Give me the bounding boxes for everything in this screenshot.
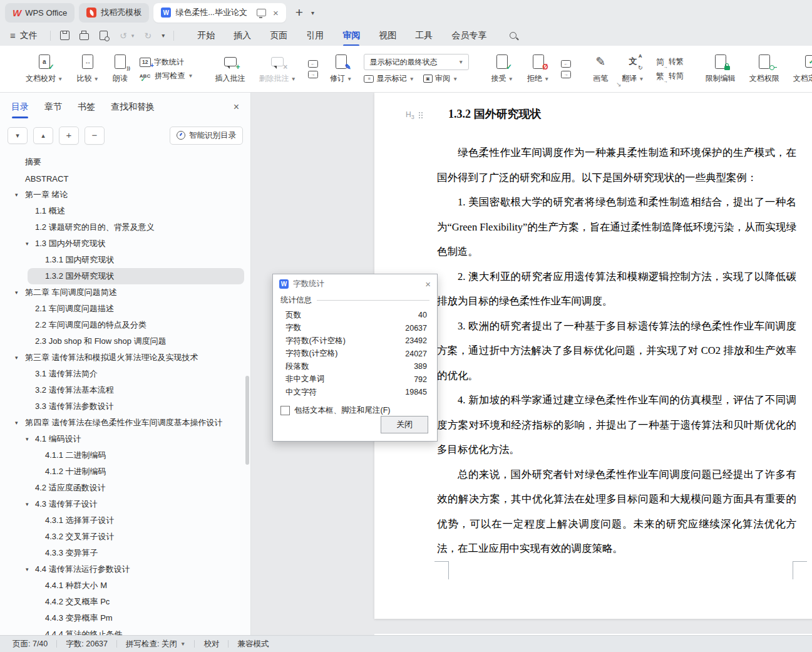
print-preview-icon[interactable]: [98, 30, 110, 41]
compare-button[interactable]: ↔ 比较▼: [69, 54, 105, 84]
outline-item[interactable]: 4.4.4 算法的终止条件: [0, 626, 250, 636]
finalize-doc-button[interactable]: ✓ 文档定稿▼: [786, 54, 812, 84]
spell-check-button[interactable]: ABC拼写检查▼: [140, 71, 193, 81]
status-item[interactable]: 兼容模式: [237, 639, 269, 649]
menu-item[interactable]: 视图: [379, 30, 396, 41]
tab-list-chevron-icon[interactable]: ▾: [311, 9, 314, 16]
outline-item[interactable]: 4.1.1 二进制编码: [0, 447, 250, 463]
outline-item[interactable]: ▾第三章 遗传算法和模拟退火算法理论及实现技术: [0, 349, 250, 366]
menu-item[interactable]: 引用: [306, 30, 324, 41]
document-page[interactable]: H3 1.3.2 国外研究现状 绿色柔性作业车间调度作为一种兼具柔性制造和环境保…: [374, 93, 812, 619]
collapse-caret-icon[interactable]: ▾: [26, 566, 29, 572]
ribbon-expand-icon[interactable]: ↘: [616, 81, 621, 88]
menu-item[interactable]: 页面: [270, 30, 287, 41]
accept-change-button[interactable]: ✓ 接受▼: [484, 54, 520, 84]
search-button[interactable]: [510, 32, 516, 39]
status-item[interactable]: 字数: 20637: [66, 639, 108, 649]
undo-chevron-icon[interactable]: ▾: [131, 33, 135, 39]
next-change-icon[interactable]: →: [561, 71, 571, 78]
ink-brush-button[interactable]: ✎ 画笔: [586, 54, 615, 84]
document-body-text[interactable]: 绿色柔性作业车间调度作为一种兼具柔性制造和环境保护的生产模式，在国外得到了广泛的…: [437, 140, 796, 561]
outline-item[interactable]: ▾4.3 遗传算子设计: [0, 496, 250, 512]
to-traditional-button[interactable]: 简→转繁: [656, 56, 684, 68]
include-textbox-checkbox[interactable]: 包括文本框、脚注和尾注(F): [273, 399, 437, 416]
quickbar-chevron-icon[interactable]: ▾: [162, 32, 165, 39]
tab-document[interactable]: W 绿色柔性...毕业论文 ×: [153, 3, 286, 23]
menu-item[interactable]: 工具: [415, 30, 433, 41]
doc-permission-button[interactable]: 文档权限: [743, 54, 786, 84]
close-dialog-icon[interactable]: ×: [425, 279, 431, 289]
doc-proofing-button[interactable]: a✓ 文档校对▼: [19, 54, 69, 84]
previous-change-icon[interactable]: ←: [561, 60, 571, 68]
outline-item[interactable]: 2.3 Job shop 和 Flow shop 调度问题: [0, 333, 250, 349]
outline-item[interactable]: ABSTRACT: [0, 170, 250, 187]
redo-icon[interactable]: ↻: [142, 30, 153, 41]
collapse-caret-icon[interactable]: ▾: [15, 289, 18, 296]
expand-all-button[interactable]: ▾: [8, 127, 28, 144]
outline-item[interactable]: 3.2 遗传算法基本流程: [0, 382, 250, 398]
collapse-caret-icon[interactable]: ▾: [15, 192, 18, 198]
track-changes-button[interactable]: ✎ 修订▼: [323, 54, 359, 84]
sidebar-tab[interactable]: 查找和替换: [111, 101, 155, 113]
translate-button[interactable]: 文A↻ 翻译▼: [615, 54, 650, 84]
read-aloud-button[interactable]: ·)) 朗读: [106, 54, 135, 84]
collapse-caret-icon[interactable]: ▾: [15, 420, 18, 426]
outline-item[interactable]: 4.4.1 种群大小 M: [0, 577, 250, 594]
collapse-caret-icon[interactable]: ▾: [26, 501, 29, 507]
sidebar-tab[interactable]: 章节: [44, 101, 62, 113]
outline-item[interactable]: 4.4.3 变异概率 Pm: [0, 610, 250, 626]
save-icon[interactable]: [59, 30, 71, 41]
outline-item[interactable]: 摘要: [0, 154, 250, 170]
close-sidebar-icon[interactable]: ×: [234, 101, 239, 113]
zoom-out-outline-button[interactable]: −: [85, 127, 105, 145]
outline-item[interactable]: ▾4.1 编码设计: [0, 431, 250, 447]
outline-item[interactable]: 3.1 遗传算法简介: [0, 366, 250, 382]
outline-item[interactable]: 4.3.2 交叉算子设计: [0, 529, 250, 545]
file-menu[interactable]: 文件: [20, 30, 38, 41]
menu-item[interactable]: 插入: [234, 30, 251, 41]
tab-docer-templates[interactable]: 找稻壳模板: [79, 3, 149, 23]
section-heading[interactable]: 1.3.2 国外研究现状: [448, 106, 542, 122]
outline-item[interactable]: 3.3 遗传算法参数设计: [0, 398, 250, 415]
collapse-caret-icon[interactable]: ▾: [26, 436, 29, 442]
outline-item[interactable]: 1.2 课题研究的目的、背景及意义: [0, 219, 250, 235]
outline-item[interactable]: 1.3.1 国内研究现状: [0, 252, 250, 268]
undo-icon[interactable]: ↺: [118, 30, 129, 41]
status-item[interactable]: 校对: [203, 639, 219, 649]
markup-state-select[interactable]: 显示标记的最终状态▼: [364, 54, 469, 70]
reject-change-button[interactable]: Ø 拒绝▼: [520, 54, 556, 84]
status-item[interactable]: 拼写检查: 关闭▼: [126, 639, 185, 649]
outline-item[interactable]: 4.2 适应度函数设计: [0, 480, 250, 496]
menu-item[interactable]: 会员专享: [451, 30, 486, 41]
screen-share-icon[interactable]: [257, 9, 266, 16]
outline-item[interactable]: ▾第一章 绪论: [0, 187, 250, 203]
six-dot-drag-icon[interactable]: [419, 112, 420, 113]
word-count-button[interactable]: 12字数统计: [140, 57, 193, 68]
outline-item[interactable]: 4.3.3 变异算子: [0, 545, 250, 561]
collapse-caret-icon[interactable]: ▾: [15, 354, 18, 361]
outline-item[interactable]: 1.1 概述: [0, 203, 250, 219]
print-icon[interactable]: [79, 30, 90, 41]
outline-item[interactable]: 4.4.2 交叉概率 Pc: [0, 594, 250, 610]
outline-item[interactable]: ▾4.4 遗传算法运行参数设计: [0, 561, 250, 577]
zoom-in-outline-button[interactable]: +: [59, 127, 79, 145]
outline-item[interactable]: 4.1.2 十进制编码: [0, 463, 250, 480]
outline-item[interactable]: ▾第二章 车间调度问题简述: [0, 284, 250, 301]
sidebar-scrollbar[interactable]: [245, 376, 249, 465]
outline-item[interactable]: 2.1 车间调度问题描述: [0, 301, 250, 317]
menu-icon[interactable]: ≡: [10, 30, 16, 41]
outline-item[interactable]: 2.2 车间调度问题的特点及分类: [0, 317, 250, 333]
restrict-editing-button[interactable]: 限制编辑: [699, 54, 743, 84]
to-simplified-button[interactable]: 繁→转简: [656, 71, 684, 82]
show-markup-button[interactable]: ≡显示标记▼: [364, 73, 414, 84]
status-item[interactable]: 页面: 7/40: [13, 639, 48, 649]
smart-toc-button[interactable]: 智能识别目录: [170, 127, 243, 145]
menu-item[interactable]: 审阅: [342, 30, 360, 41]
review-pane-button[interactable]: ▣审阅▼: [423, 73, 458, 84]
outline-item[interactable]: ▾第四章 遗传算法在绿色柔性作业车间调度基本操作设计: [0, 415, 250, 431]
new-tab-button[interactable]: +: [296, 5, 303, 20]
sidebar-tab[interactable]: 目录: [11, 101, 29, 113]
outline-item[interactable]: ▾1.3 国内外研究现状: [0, 235, 250, 252]
dialog-titlebar[interactable]: W 字数统计 ×: [273, 274, 437, 294]
menu-item[interactable]: 开始: [197, 30, 215, 41]
